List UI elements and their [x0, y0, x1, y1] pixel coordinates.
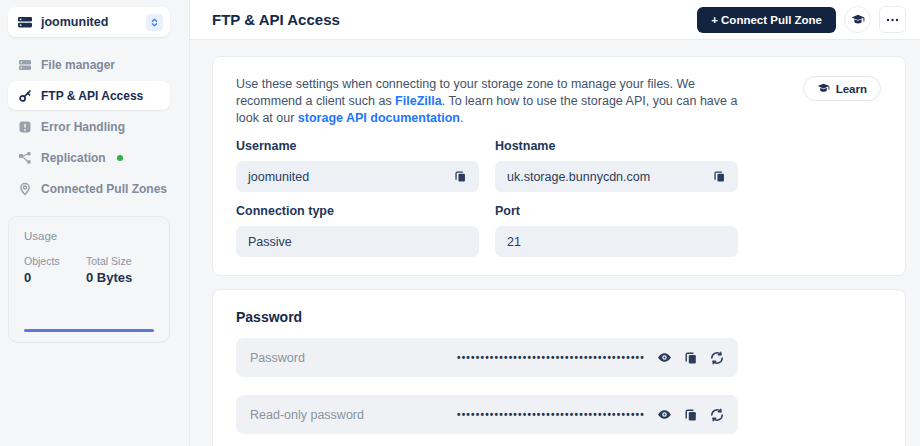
copy-icon[interactable] — [454, 170, 467, 183]
copy-icon[interactable] — [684, 408, 698, 422]
sidebar: joomunited File manager — [0, 0, 190, 446]
usage-stat-objects: Objects 0 — [24, 255, 86, 285]
ellipsis-icon — [886, 18, 899, 22]
field-username: Username joomunited — [236, 127, 479, 192]
sidebar-item-error-handling[interactable]: Replication Error Handling — [8, 112, 170, 141]
content: Use these settings when connecting to yo… — [190, 40, 920, 446]
usage-stat-total-size: Total Size 0 Bytes — [86, 255, 132, 285]
sidebar-item-ftp-api-access[interactable]: FTP & API Access — [8, 81, 170, 110]
copy-icon[interactable] — [713, 170, 726, 183]
password-row: Password •••••••••••••••••••••••••••••••… — [236, 338, 738, 377]
sidebar-item-connected-pull-zones[interactable]: Connected Pull Zones — [8, 174, 170, 203]
usage-stat-label: Total Size — [86, 255, 132, 267]
password-label: Password — [250, 351, 457, 365]
map-pin-icon — [18, 182, 32, 196]
field-hostname: Hostname uk.storage.bunnycdn.com — [495, 127, 738, 192]
password-card: Password Password ••••••••••••••••••••••… — [212, 289, 906, 446]
readonly-password-masked-value: •••••••••••••••••••••••••••••••••••••••• — [457, 409, 645, 420]
sidebar-item-file-manager[interactable]: File manager — [8, 50, 170, 79]
usage-stat-value: 0 Bytes — [86, 270, 132, 285]
storage-zone-selector[interactable]: joomunited — [8, 7, 170, 37]
field-connection-type: Connection type Passive — [236, 192, 479, 257]
sidebar-item-replication[interactable]: Replication — [8, 143, 170, 172]
info-text-part: . — [460, 111, 463, 125]
password-actions — [657, 350, 724, 365]
ftp-access-card: Use these settings when connecting to yo… — [212, 56, 906, 276]
page-title: FTP & API Access — [212, 11, 697, 28]
copy-icon[interactable] — [684, 351, 698, 365]
field-value: 21 — [507, 235, 521, 249]
field-label: Connection type — [236, 204, 479, 218]
readonly-password-row: Read-only password •••••••••••••••••••••… — [236, 395, 738, 434]
error-icon — [18, 120, 32, 134]
graduation-cap-icon — [851, 14, 865, 26]
field-value: uk.storage.bunnycdn.com — [507, 170, 650, 184]
connect-pull-zone-button[interactable]: + Connect Pull Zone — [697, 7, 836, 33]
eye-icon[interactable] — [657, 350, 672, 365]
field-label: Port — [495, 204, 738, 218]
field-value: joomunited — [248, 170, 309, 184]
learn-resources-button[interactable] — [844, 6, 871, 33]
learn-button[interactable]: Learn — [803, 76, 881, 101]
sidebar-item-label: Connected Pull Zones — [41, 182, 167, 196]
password-section-title: Password — [236, 309, 881, 325]
sidebar-item-label: Error Handling — [41, 120, 125, 134]
info-row: Use these settings when connecting to yo… — [236, 76, 881, 127]
readonly-password-label: Read-only password — [250, 408, 457, 422]
app-window: joomunited File manager — [0, 0, 920, 446]
key-icon — [18, 89, 32, 103]
connection-type-field[interactable]: Passive — [236, 226, 479, 257]
field-port: Port 21 — [495, 192, 738, 257]
learn-button-label: Learn — [836, 83, 867, 95]
main-header: FTP & API Access + Connect Pull Zone — [190, 0, 920, 40]
main-area: FTP & API Access + Connect Pull Zone — [190, 0, 920, 446]
username-field[interactable]: joomunited — [236, 161, 479, 192]
filezilla-link[interactable]: FileZilla — [395, 94, 442, 108]
refresh-icon[interactable] — [710, 351, 724, 365]
storage-zone-icon — [17, 14, 33, 30]
sidebar-item-label: File manager — [41, 58, 115, 72]
usage-stat-value: 0 — [24, 270, 86, 285]
field-value: Passive — [248, 235, 292, 249]
replication-icon — [18, 151, 32, 165]
storage-zone-name: joomunited — [41, 15, 146, 29]
sidebar-item-label: FTP & API Access — [41, 89, 143, 103]
usage-stat-label: Objects — [24, 255, 86, 267]
port-field[interactable]: 21 — [495, 226, 738, 257]
storage-api-docs-link[interactable]: storage API documentation — [298, 111, 460, 125]
eye-icon[interactable] — [657, 407, 672, 422]
usage-title: Usage — [24, 230, 154, 242]
usage-card: Usage Objects 0 Total Size 0 Bytes — [8, 216, 170, 343]
password-masked-value: •••••••••••••••••••••••••••••••••••••••• — [457, 352, 645, 363]
connection-fields: Username joomunited Host — [236, 127, 738, 257]
usage-progress-bar — [24, 329, 154, 332]
sidebar-nav: File manager FTP & API Access — [8, 50, 170, 203]
info-text: Use these settings when connecting to yo… — [236, 76, 742, 127]
field-label: Username — [236, 139, 479, 153]
replication-status-dot — [117, 155, 123, 161]
more-options-button[interactable] — [879, 6, 906, 33]
sidebar-item-label: Replication — [41, 151, 106, 165]
usage-stats: Objects 0 Total Size 0 Bytes — [24, 255, 154, 285]
readonly-password-actions — [657, 407, 724, 422]
refresh-icon[interactable] — [710, 408, 724, 422]
chevron-up-down-icon[interactable] — [146, 14, 163, 31]
graduation-cap-icon — [817, 83, 830, 94]
file-manager-icon — [18, 58, 32, 72]
hostname-field[interactable]: uk.storage.bunnycdn.com — [495, 161, 738, 192]
field-label: Hostname — [495, 139, 738, 153]
